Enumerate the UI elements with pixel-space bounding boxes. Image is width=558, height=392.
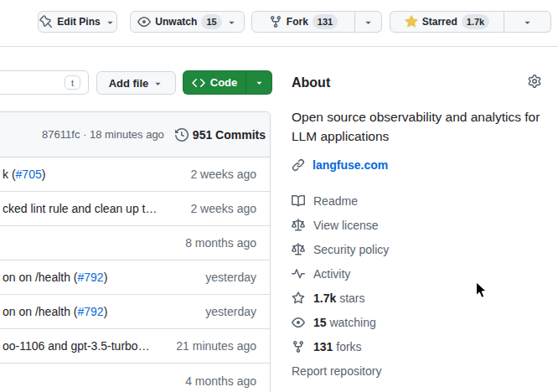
github-repo-page: Edit Pins Unwatch 15 Fork 131 Starred 1.…	[0, 0, 558, 392]
issue-link[interactable]: #792	[78, 271, 104, 284]
code-dropdown-button[interactable]	[245, 71, 271, 94]
chevron-down-icon	[522, 17, 533, 28]
commit-message[interactable]: on on /health (#792)	[3, 271, 205, 284]
table-row: on on /health (#792)yesterday	[0, 260, 270, 295]
sidebar-item-label: Report repository	[292, 364, 381, 378]
eye-icon	[292, 316, 305, 329]
link-icon	[292, 158, 305, 172]
table-row: 4 months ago	[0, 364, 270, 392]
code-button[interactable]: Code	[183, 71, 245, 94]
history-icon	[175, 128, 189, 142]
pin-icon	[39, 15, 53, 28]
repo-description: Open source observability and analytics …	[292, 107, 541, 146]
commits-count-label: 951 Commits	[193, 128, 266, 142]
about-links: ReadmeView licenseSecurity policyActivit…	[292, 188, 543, 383]
sidebar-item-view-license[interactable]: View license	[292, 213, 543, 237]
stars-count-badge: 1.7k	[462, 14, 489, 30]
starred-label: Starred	[422, 16, 457, 28]
keyboard-shortcut-hint: t	[65, 75, 80, 90]
chevron-down-icon	[226, 17, 237, 28]
chevron-down-icon	[152, 78, 163, 89]
star-icon	[405, 15, 418, 28]
commit-date[interactable]: 4 months ago	[185, 374, 270, 388]
commit-date[interactable]: yesterday	[205, 305, 270, 318]
header-divider	[0, 46, 558, 47]
repo-forked-icon	[292, 340, 305, 353]
sidebar-item-label: Readme	[313, 194, 358, 208]
commit-message[interactable]: k (#705)	[3, 168, 190, 181]
pulse-icon	[292, 267, 305, 281]
edit-pins-button[interactable]: Edit Pins	[38, 11, 117, 33]
fork-button[interactable]: Fork 131	[251, 11, 355, 33]
about-title: About	[292, 75, 330, 90]
sidebar-item-label: Security policy	[313, 243, 389, 256]
sidebar-item-label: 15 watching	[313, 316, 376, 329]
sidebar-item-report-repository[interactable]: Report repository	[292, 358, 543, 383]
starred-button[interactable]: Starred 1.7k	[390, 11, 504, 33]
table-row: on on /health (#792)yesterday	[0, 295, 270, 329]
go-to-file-input-wrapper: t	[0, 70, 89, 95]
latest-commit-bar: 87611fc · 18 minutes ago 951 Commits	[0, 112, 270, 157]
sidebar-item-label: Activity	[313, 267, 350, 281]
file-table: 87611fc · 18 minutes ago 951 Commits k (…	[0, 111, 271, 392]
book-icon	[292, 194, 305, 208]
issue-link[interactable]: #705	[16, 168, 42, 181]
law-icon	[292, 219, 305, 232]
table-row: cked lint rule and clean up t…2 weeks ag…	[0, 192, 270, 226]
sidebar-item-forks[interactable]: 131 forks	[292, 334, 543, 358]
sidebar-item-readme[interactable]: Readme	[292, 188, 543, 213]
sidebar-item-security-policy[interactable]: Security policy	[292, 237, 543, 261]
file-table-rows: k (#705)2 weeks agocked lint rule and cl…	[0, 157, 270, 392]
code-icon	[192, 76, 205, 90]
commit-history-link[interactable]: 951 Commits	[175, 128, 266, 142]
commit-date[interactable]: 2 weeks ago	[190, 202, 270, 215]
table-row: 8 months ago	[0, 226, 270, 260]
commit-date[interactable]: 21 minutes ago	[176, 339, 270, 353]
commit-message[interactable]: cked lint rule and clean up t…	[3, 202, 190, 215]
commit-message[interactable]: oo-1106 and gpt-3.5-turbo…	[3, 339, 176, 353]
commit-message[interactable]: on on /health (#792)	[3, 305, 205, 318]
issue-link[interactable]: #792	[78, 305, 104, 318]
chevron-down-icon	[105, 17, 116, 28]
fork-label: Fork	[287, 16, 308, 28]
code-button-group: Code	[183, 70, 272, 95]
chevron-down-icon	[254, 77, 265, 88]
commit-date[interactable]: 8 months ago	[185, 236, 270, 250]
unwatch-button[interactable]: Unwatch 15	[130, 11, 245, 33]
chevron-down-icon	[363, 17, 374, 28]
gear-icon[interactable]	[528, 75, 541, 88]
law-icon	[292, 243, 305, 256]
repo-website-link[interactable]: langfuse.com	[292, 158, 388, 172]
watchers-count-badge: 15	[201, 14, 221, 30]
sidebar-item-label: 131 forks	[313, 340, 362, 353]
latest-commit-sha-time[interactable]: 87611fc · 18 minutes ago	[42, 128, 164, 141]
eye-icon	[137, 15, 151, 28]
code-label: Code	[210, 76, 238, 89]
sidebar-item-watching[interactable]: 15 watching	[292, 310, 543, 334]
table-row: k (#705)2 weeks ago	[0, 157, 270, 192]
add-file-button[interactable]: Add file	[96, 71, 176, 95]
sidebar-item-activity[interactable]: Activity	[292, 261, 543, 286]
commit-date[interactable]: 2 weeks ago	[190, 168, 270, 181]
sidebar-item-label: 1.7k stars	[313, 291, 364, 305]
website-label: langfuse.com	[313, 158, 388, 172]
unwatch-label: Unwatch	[155, 16, 197, 28]
sidebar-item-label: View license	[313, 219, 379, 232]
star-icon	[292, 291, 305, 305]
edit-pins-label: Edit Pins	[57, 16, 100, 28]
forks-count-badge: 131	[313, 14, 338, 30]
table-row: oo-1106 and gpt-3.5-turbo…21 minutes ago	[0, 329, 270, 364]
commit-date[interactable]: yesterday	[205, 271, 270, 284]
fork-icon	[269, 15, 282, 28]
add-file-label: Add file	[109, 77, 149, 90]
fork-dropdown-button[interactable]	[355, 11, 382, 33]
sidebar-item-stars[interactable]: 1.7k stars	[292, 286, 543, 310]
starred-dropdown-button[interactable]	[504, 11, 551, 33]
